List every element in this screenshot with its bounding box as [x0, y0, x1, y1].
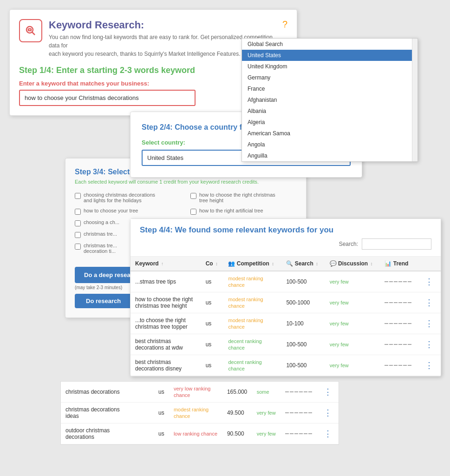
cell-keyword: best christmasdecorations disney: [130, 355, 201, 376]
cell-keyword: ...to choose the rightchristmas tree top…: [130, 313, 201, 334]
more-button[interactable]: ⋮: [423, 360, 435, 370]
col-actions: [418, 257, 441, 271]
results-search-input[interactable]: [362, 238, 431, 250]
bottom-results-table: christmas decorations us very low rankin…: [61, 382, 339, 444]
col-keyword[interactable]: Keyword ↑: [130, 257, 201, 271]
table-row: ...to choose the rightchristmas tree top…: [130, 313, 441, 334]
col-trend[interactable]: 📊 Trend: [380, 257, 418, 271]
cell-competition: modest rankingchance: [223, 292, 281, 313]
more-button[interactable]: ⋮: [322, 408, 334, 418]
deep-research-subtitle: (may take 2-3 minutes): [75, 285, 122, 290]
more-button[interactable]: ⋮: [423, 339, 435, 350]
more-button[interactable]: ⋮: [423, 298, 435, 308]
keyword-checkbox-1[interactable]: [75, 193, 81, 199]
cell-discussion: very few: [325, 334, 380, 355]
table-row: christmas decorationsideas us modest ran…: [61, 403, 339, 423]
panel3-subtitle: Each selected keyword will consume 1 cre…: [75, 179, 297, 185]
keyword-item-1: choosing christmas decorationsand lights…: [75, 192, 181, 203]
cell-competition: modest rankingchance: [169, 403, 222, 423]
cell-trend: [380, 271, 418, 292]
keyword-item-2: how to choose the right christmastree he…: [190, 192, 297, 203]
table-row: best christmasdecorations at wdw us dece…: [130, 334, 441, 355]
do-research-button[interactable]: Do research: [75, 294, 132, 308]
results-panel: Step 4/4: We found some relevant keyword…: [130, 218, 441, 377]
cell-search: 100-500: [281, 355, 325, 376]
keyword-checkbox-2[interactable]: [190, 193, 196, 199]
keyword-label-2: how to choose the right christmastree he…: [199, 192, 275, 203]
dropdown-item-albania[interactable]: Albania: [242, 106, 417, 117]
keyword-checkbox-7[interactable]: [75, 232, 81, 238]
keyword-label-7: christmas tre...: [84, 231, 117, 237]
cell-keyword: christmas decorations: [61, 382, 154, 403]
cell-trend: [380, 313, 418, 334]
dropdown-item-algeria[interactable]: Algeria: [242, 117, 417, 128]
cell-co: us: [154, 423, 169, 444]
dropdown-item-us[interactable]: United States: [242, 50, 417, 61]
more-button[interactable]: ⋮: [322, 387, 334, 397]
cell-search: 49.500: [222, 403, 252, 423]
cell-discussion: very few: [325, 292, 380, 313]
cell-trend: [380, 355, 418, 376]
col-discussion[interactable]: 💬 Discussion ↕: [325, 257, 380, 271]
dropdown-item-afghanistan[interactable]: Afghanistan: [242, 94, 417, 106]
country-dropdown-list[interactable]: Global Search United States United Kingd…: [241, 38, 418, 162]
cell-search: 90.500: [222, 423, 252, 444]
cell-co: us: [201, 334, 224, 355]
keyword-label-5: choosing a ch...: [84, 219, 119, 225]
dropdown-item-american-samoa[interactable]: American Samoa: [242, 128, 417, 139]
dropdown-item-uk[interactable]: United Kingdom: [242, 61, 417, 72]
col-co[interactable]: Co ↕: [201, 257, 224, 271]
cell-search: 10-100: [281, 313, 325, 334]
keyword-label-4: how to the right artificial tree: [199, 208, 263, 213]
cell-co: us: [201, 355, 224, 376]
keyword-checkbox-4[interactable]: [190, 209, 196, 215]
cell-search: 100-500: [281, 271, 325, 292]
keyword-label-3: how to choose your tree: [84, 208, 138, 213]
cell-keyword: how to choose the rightchristmas tree he…: [130, 292, 201, 313]
keyword-item-3: how to choose your tree: [75, 208, 181, 215]
cell-search: 165.000: [222, 382, 252, 403]
table-row: best christmasdecorations disney us dece…: [130, 355, 441, 376]
cell-competition: decent rankingchance: [223, 334, 281, 355]
cell-discussion: very few: [252, 423, 280, 444]
cell-discussion: some: [252, 382, 280, 403]
search-icon: [19, 19, 42, 42]
dropdown-item-france[interactable]: France: [242, 83, 417, 94]
svg-rect-2: [28, 29, 31, 31]
more-button[interactable]: ⋮: [423, 277, 435, 287]
cell-trend: [280, 382, 317, 403]
help-icon[interactable]: ?: [282, 19, 287, 30]
dropdown-item-germany[interactable]: Germany: [242, 72, 417, 83]
dropdown-item-global[interactable]: Global Search: [242, 39, 417, 50]
table-row: outdoor christmasdecorations us low rank…: [61, 423, 339, 444]
cell-co: us: [201, 292, 224, 313]
cell-co: us: [154, 403, 169, 423]
table-header-row: Keyword ↑ Co ↕ 👥 Competition ↕ 🔍 Search …: [130, 257, 441, 271]
dropdown-item-angola[interactable]: Angola: [242, 139, 417, 150]
more-button[interactable]: ⋮: [423, 318, 435, 329]
panel4-title: Step 4/4: We found some relevant keyword…: [140, 225, 431, 235]
svg-line-1: [32, 32, 35, 35]
results-table: Keyword ↑ Co ↕ 👥 Competition ↕ 🔍 Search …: [130, 257, 441, 376]
col-search[interactable]: 🔍 Search ↕: [281, 257, 325, 271]
cell-keyword: outdoor christmasdecorations: [61, 423, 154, 444]
table-row: ...stmas tree tips us modest rankingchan…: [130, 271, 441, 292]
cell-search: 500-1000: [281, 292, 325, 313]
keyword-checkbox-5[interactable]: [75, 220, 81, 226]
dropdown-item-anguilla[interactable]: Anguilla: [242, 150, 417, 161]
table-row: christmas decorations us very low rankin…: [61, 382, 339, 403]
cell-discussion: very few: [325, 313, 380, 334]
scrollbar[interactable]: [412, 39, 417, 161]
cell-discussion: very few: [325, 271, 380, 292]
col-competition[interactable]: 👥 Competition ↕: [223, 257, 281, 271]
panel1-title: Keyword Research:: [49, 19, 282, 31]
keyword-input[interactable]: [19, 90, 196, 106]
cell-competition: very low rankingchance: [169, 382, 222, 403]
cell-search: 100-500: [281, 334, 325, 355]
table-row: how to choose the rightchristmas tree he…: [130, 292, 441, 313]
more-button[interactable]: ⋮: [322, 429, 334, 439]
keyword-checkbox-3[interactable]: [75, 209, 81, 215]
keyword-checkbox-9[interactable]: [75, 244, 81, 250]
svg-point-0: [26, 26, 33, 33]
keyword-label-1: choosing christmas decorationsand lights…: [84, 192, 155, 203]
